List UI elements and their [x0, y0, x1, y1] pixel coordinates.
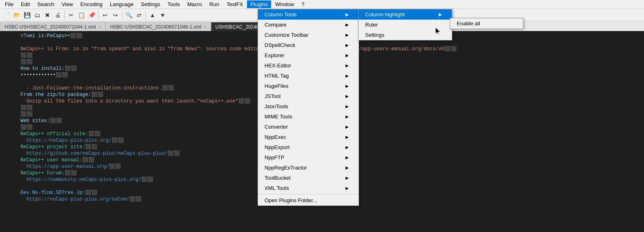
enable-all-label: Enable all: [457, 20, 480, 27]
jstool-label: JSTool: [265, 93, 280, 99]
paste-btn[interactable]: 📌: [87, 10, 96, 20]
close-btn[interactable]: ✖: [43, 10, 52, 20]
menu-macro[interactable]: Macro: [184, 0, 205, 8]
plugins-menu-hex-editor[interactable]: HEX-Editor ▶: [258, 60, 359, 71]
menu-view[interactable]: View: [58, 0, 76, 8]
plugins-menu-html-tag[interactable]: HTML Tag ▶: [258, 71, 359, 81]
customize-toolbar-label: Customize Toolbar: [265, 32, 308, 38]
toolbar-sep-2: [98, 11, 99, 19]
toolbucket-chevron: ▶: [346, 176, 349, 180]
open-plugins-folder-label: Open Plugins Folder...: [265, 197, 317, 203]
plugins-menu-jsontools[interactable]: JsonTools ▶: [258, 101, 359, 112]
plugins-menu-explorer[interactable]: Explorer ▶: [258, 50, 359, 60]
menu-encoding[interactable]: Encoding: [77, 0, 106, 8]
column-tools-submenu[interactable]: Column highlight ▶ Ruler Settings: [358, 9, 452, 40]
menu-plugins[interactable]: Plugins: [247, 0, 271, 8]
nppexport-chevron: ▶: [346, 145, 349, 149]
column-tools-column-highlight[interactable]: Column highlight ▶: [359, 9, 452, 20]
menu-help[interactable]: ?: [298, 0, 307, 8]
settings-label: Settings: [365, 32, 384, 38]
hex-editor-chevron: ▶: [346, 63, 349, 68]
tab-2[interactable]: HSBC-USHSBCAC_202406071046-1.xml ×: [105, 22, 211, 31]
menu-edit[interactable]: Edit: [18, 0, 33, 8]
zoom-out-btn[interactable]: ▼: [158, 10, 168, 20]
nppftp-label: NppFTP: [265, 154, 284, 161]
html-tag-chevron: ▶: [346, 74, 349, 78]
toolbucket-label: ToolBucket: [265, 175, 291, 181]
undo-btn[interactable]: ↩: [100, 10, 110, 20]
menu-textfx[interactable]: TextFX: [223, 0, 246, 8]
converter-label: Converter: [265, 124, 288, 130]
plugins-menu-xml-tools[interactable]: XML Tools ▶: [258, 183, 359, 193]
plugins-menu-nppexec[interactable]: NppExec ▶: [258, 132, 359, 142]
find-btn[interactable]: 🔍: [124, 10, 134, 20]
plugins-menu-converter[interactable]: Converter ▶: [258, 122, 359, 132]
plugins-menu-jstool[interactable]: JSTool ▶: [258, 91, 359, 101]
hugefiles-chevron: ▶: [346, 84, 349, 88]
menu-window[interactable]: Window: [272, 0, 297, 8]
hex-editor-label: HEX-Editor: [265, 62, 291, 69]
col-highlight-submenu[interactable]: Enable all: [450, 18, 523, 29]
copy-btn[interactable]: 📋: [76, 10, 86, 20]
compare-chevron: ▶: [346, 22, 349, 27]
tab-1[interactable]: HSBC-USHSBCAC_202406071044-1.xml ×: [0, 22, 105, 31]
plugins-dropdown[interactable]: Column Tools ▶ Compare ▶ Customize Toolb…: [258, 9, 359, 206]
tab-2-label: HSBC-USHSBCAC_202406071046-1.xml: [110, 24, 201, 30]
hugefiles-label: HugeFiles: [265, 83, 289, 89]
menu-language[interactable]: Language: [107, 0, 137, 8]
plugins-menu-customize-toolbar[interactable]: Customize Toolbar ▶: [258, 30, 359, 40]
menu-tools[interactable]: Tools: [164, 0, 183, 8]
print-btn[interactable]: 🖨: [53, 10, 63, 20]
plugins-dropdown-sep: [258, 194, 359, 194]
dspellcheck-label: DSpellCheck: [265, 42, 295, 48]
explorer-chevron: ▶: [346, 53, 349, 58]
mime-tools-chevron: ▶: [346, 114, 349, 119]
plugins-menu-hugefiles[interactable]: HugeFiles ▶: [258, 81, 359, 91]
plugins-menu-mime-tools[interactable]: MIME Tools ▶: [258, 112, 359, 122]
column-highlight-chevron: ▶: [439, 12, 442, 17]
zoom-in-btn[interactable]: ▲: [148, 10, 157, 20]
nppregextractor-label: NppRegExTractor: [265, 165, 307, 171]
menu-bar: File Edit Search View Encoding Language …: [0, 0, 644, 9]
compare-label: Compare: [265, 22, 286, 28]
column-tools-settings[interactable]: Settings: [359, 30, 452, 40]
plugins-menu-column-tools[interactable]: Column Tools ▶: [258, 9, 359, 20]
redo-btn[interactable]: ↪: [110, 10, 120, 20]
jsontools-label: JsonTools: [265, 103, 288, 109]
explorer-label: Explorer: [265, 52, 284, 58]
tab-1-label: HSBC-USHSBCAC_202406071044-1.xml: [4, 24, 96, 30]
col-highlight-enable-all[interactable]: Enable all: [450, 18, 523, 29]
menu-file[interactable]: File: [2, 0, 17, 8]
menu-settings[interactable]: Settings: [138, 0, 164, 8]
tab-2-close[interactable]: ×: [204, 25, 206, 29]
plugins-menu-compare[interactable]: Compare ▶: [258, 20, 359, 30]
menu-search[interactable]: Search: [34, 0, 57, 8]
open-btn[interactable]: 📂: [12, 10, 22, 20]
toolbar-sep-4: [146, 11, 146, 19]
plugins-menu-nppregextractor[interactable]: NppRegExTractor ▶: [258, 163, 359, 173]
cut-btn[interactable]: ✂: [66, 10, 76, 20]
nppregextractor-chevron: ▶: [346, 165, 349, 170]
plugins-menu-toolbucket[interactable]: ToolBucket ▶: [258, 173, 359, 183]
plugins-menu-nppexport[interactable]: NppExport ▶: [258, 142, 359, 152]
tab-1-close[interactable]: ×: [98, 25, 101, 29]
replace-btn[interactable]: ⇄: [134, 10, 144, 20]
jstool-chevron: ▶: [346, 94, 349, 98]
plugins-menu-open-plugins-folder[interactable]: Open Plugins Folder...: [258, 195, 359, 205]
column-tools-ruler[interactable]: Ruler: [359, 20, 452, 30]
save-btn[interactable]: 💾: [22, 10, 32, 20]
column-tools-label: Column Tools: [265, 11, 297, 18]
mime-tools-label: MIME Tools: [265, 114, 292, 120]
toolbar-sep-1: [64, 11, 65, 19]
dspellcheck-chevron: ▶: [346, 43, 349, 47]
plugins-menu-nppftp[interactable]: NppFTP ▶: [258, 152, 359, 163]
menu-run[interactable]: Run: [206, 0, 222, 8]
ruler-label: Ruler: [365, 22, 378, 28]
jsontools-chevron: ▶: [346, 104, 349, 109]
new-btn[interactable]: 📄: [2, 10, 11, 20]
save-all-btn[interactable]: 🗂: [32, 10, 42, 20]
plugins-menu-dspellcheck[interactable]: DSpellCheck ▶: [258, 40, 359, 50]
converter-chevron: ▶: [346, 125, 349, 129]
nppftp-chevron: ▶: [346, 155, 349, 160]
xml-tools-chevron: ▶: [346, 186, 349, 190]
